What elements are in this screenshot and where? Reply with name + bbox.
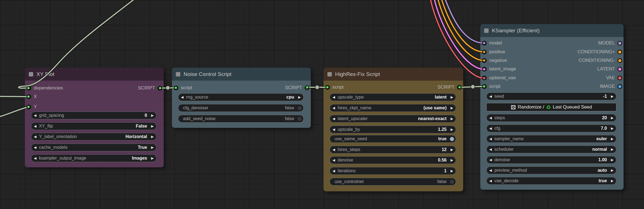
decrement-arrow-icon[interactable]: ◀ xyxy=(31,156,39,160)
increment-arrow-icon[interactable]: ▶ xyxy=(148,135,156,139)
increment-arrow-icon[interactable]: ▶ xyxy=(608,137,616,141)
widget-XY_flip[interactable]: ◀XY_flipFalse▶ xyxy=(31,122,157,130)
widget-latent_upscaler[interactable]: ◀latent_upscalernearest-exact▶ xyxy=(330,115,456,123)
randomize-seed-button[interactable]: ⚄Randomize /♻Last Queued Seed xyxy=(486,103,616,111)
input-port-dot[interactable] xyxy=(174,86,178,90)
widget-add_seed_noise[interactable]: add_seed_noisefalse xyxy=(178,115,304,123)
decrement-arrow-icon[interactable]: ◀ xyxy=(330,117,338,121)
decrement-arrow-icon[interactable]: ◀ xyxy=(487,158,494,162)
input-port-dot[interactable] xyxy=(482,84,487,89)
widget-cache_models[interactable]: ◀cache_modelsTrue▶ xyxy=(31,144,157,151)
increment-arrow-icon[interactable]: ▶ xyxy=(448,169,456,173)
toggle-knob[interactable] xyxy=(298,106,302,110)
toggle-knob[interactable] xyxy=(450,137,454,141)
widget-scheduler[interactable]: ◀schedulernormal▶ xyxy=(486,145,616,153)
node-noise-control-script[interactable]: Noise Control ScriptscriptSCRIPT◀rng_sou… xyxy=(172,68,311,128)
widget-use_same_seed[interactable]: use_same_seedtrue xyxy=(330,135,456,143)
increment-arrow-icon[interactable]: ▶ xyxy=(448,128,456,131)
decrement-arrow-icon[interactable]: ◀ xyxy=(178,95,186,99)
decrement-arrow-icon[interactable]: ◀ xyxy=(330,158,338,162)
collapse-icon[interactable] xyxy=(29,72,33,76)
widget-denoise[interactable]: ◀denoise1.00▶ xyxy=(486,156,616,164)
toggle-knob[interactable] xyxy=(450,180,454,184)
increment-arrow-icon[interactable]: ▶ xyxy=(296,95,303,99)
increment-arrow-icon[interactable]: ▶ xyxy=(608,168,616,172)
decrement-arrow-icon[interactable]: ◀ xyxy=(487,116,494,120)
increment-arrow-icon[interactable]: ▶ xyxy=(148,156,156,160)
increment-arrow-icon[interactable]: ▶ xyxy=(608,179,616,183)
widget-hires_steps[interactable]: ◀hires_steps12▶ xyxy=(330,146,456,154)
collapse-icon[interactable] xyxy=(484,28,489,33)
output-port-dot[interactable] xyxy=(617,58,622,63)
widget-cfg[interactable]: ◀cfg7.0▶ xyxy=(486,125,616,132)
widget-Y_label_orientation[interactable]: ◀Y_label_orientationHorizontal▶ xyxy=(31,133,157,141)
widget-upscale_type[interactable]: ◀upscale_typelatent▶ xyxy=(330,93,456,101)
widget-hires_ckpt_name[interactable]: ◀hires_ckpt_name(use same)▶ xyxy=(330,104,456,112)
decrement-arrow-icon[interactable]: ◀ xyxy=(330,106,338,110)
widget-vae_decode[interactable]: ◀vae_decodetrue▶ xyxy=(486,177,616,185)
link-midpoint-dot[interactable] xyxy=(166,86,170,90)
decrement-arrow-icon[interactable]: ◀ xyxy=(487,168,494,172)
decrement-arrow-icon[interactable]: ◀ xyxy=(31,145,39,149)
decrement-arrow-icon[interactable]: ◀ xyxy=(330,95,338,99)
decrement-arrow-icon[interactable]: ◀ xyxy=(31,135,39,139)
increment-arrow-icon[interactable]: ▶ xyxy=(448,106,456,110)
output-port-dot[interactable] xyxy=(617,67,622,72)
widget-ksampler_output_image[interactable]: ◀ksampler_output_imageImages▶ xyxy=(31,154,157,162)
decrement-arrow-icon[interactable]: ◀ xyxy=(487,94,494,98)
increment-arrow-icon[interactable]: ▶ xyxy=(148,113,156,117)
widget-denoise[interactable]: ◀denoise0.56▶ xyxy=(330,156,456,164)
decrement-arrow-icon[interactable]: ◀ xyxy=(487,137,494,141)
node-titlebar[interactable]: KSampler (Efficient) xyxy=(480,24,624,37)
decrement-arrow-icon[interactable]: ◀ xyxy=(330,128,338,131)
graph-canvas[interactable]: XY PlotdependenciesXYSCRIPT◀grid_spacing… xyxy=(0,0,644,209)
increment-arrow-icon[interactable]: ▶ xyxy=(448,95,456,99)
input-port-dot[interactable] xyxy=(482,50,487,54)
output-port-dot[interactable] xyxy=(158,86,162,91)
link-midpoint-dot[interactable] xyxy=(315,85,319,89)
widget-cfg_denoiser[interactable]: cfg_denoiserfalse xyxy=(178,104,304,112)
input-port-dot[interactable] xyxy=(27,86,31,91)
increment-arrow-icon[interactable]: ▶ xyxy=(448,148,456,152)
increment-arrow-icon[interactable]: ▶ xyxy=(148,145,156,149)
input-port-dot[interactable] xyxy=(482,58,487,63)
node-titlebar[interactable]: XY Plot xyxy=(25,68,164,81)
decrement-arrow-icon[interactable]: ◀ xyxy=(330,169,338,173)
decrement-arrow-icon[interactable]: ◀ xyxy=(330,148,338,152)
widget-steps[interactable]: ◀steps20▶ xyxy=(486,114,616,122)
collapse-icon[interactable] xyxy=(176,72,180,76)
node-titlebar[interactable]: HighRes-Fix Script xyxy=(324,68,463,81)
input-port-dot[interactable] xyxy=(27,105,31,109)
increment-arrow-icon[interactable]: ▶ xyxy=(608,116,616,120)
output-port-dot[interactable] xyxy=(617,41,622,46)
output-port-dot[interactable] xyxy=(617,76,622,80)
decrement-arrow-icon[interactable]: ◀ xyxy=(487,147,494,151)
input-port-dot[interactable] xyxy=(27,94,31,99)
increment-arrow-icon[interactable]: ▶ xyxy=(608,158,616,162)
decrement-arrow-icon[interactable]: ◀ xyxy=(487,179,494,183)
increment-arrow-icon[interactable]: ▶ xyxy=(148,124,156,128)
widget-upscale_by[interactable]: ◀upscale_by1.25▶ xyxy=(330,126,456,133)
widget-seed[interactable]: ◀seed-1▶ xyxy=(486,92,616,100)
increment-arrow-icon[interactable]: ▶ xyxy=(608,147,616,151)
input-port-dot[interactable] xyxy=(482,76,487,80)
node-titlebar[interactable]: Noise Control Script xyxy=(172,68,311,81)
input-port-dot[interactable] xyxy=(482,67,487,72)
decrement-arrow-icon[interactable]: ◀ xyxy=(31,124,39,128)
node-highres-fix-script[interactable]: HighRes-Fix ScriptscriptSCRIPT◀upscale_t… xyxy=(324,68,463,191)
collapse-icon[interactable] xyxy=(327,72,332,76)
increment-arrow-icon[interactable]: ▶ xyxy=(608,126,616,130)
link-midpoint-dot[interactable] xyxy=(471,85,475,89)
decrement-arrow-icon[interactable]: ◀ xyxy=(31,113,39,117)
widget-grid_spacing[interactable]: ◀grid_spacing0▶ xyxy=(31,112,157,119)
widget-iterations[interactable]: ◀iterations1▶ xyxy=(330,167,456,175)
widget-sampler_name[interactable]: ◀sampler_nameeuler▶ xyxy=(486,135,616,143)
widget-use_controlnet[interactable]: use_controlnetfalse xyxy=(330,178,456,186)
node-ksampler-efficient[interactable]: KSampler (Efficient)modelpositivenegativ… xyxy=(480,24,624,190)
node-xy-plot[interactable]: XY PlotdependenciesXYSCRIPT◀grid_spacing… xyxy=(25,68,164,167)
decrement-arrow-icon[interactable]: ◀ xyxy=(487,126,494,130)
widget-rng_source[interactable]: ◀rng_sourcecpu▶ xyxy=(178,93,304,101)
increment-arrow-icon[interactable]: ▶ xyxy=(448,158,456,162)
increment-arrow-icon[interactable]: ▶ xyxy=(448,117,456,121)
output-port-dot[interactable] xyxy=(617,84,622,89)
